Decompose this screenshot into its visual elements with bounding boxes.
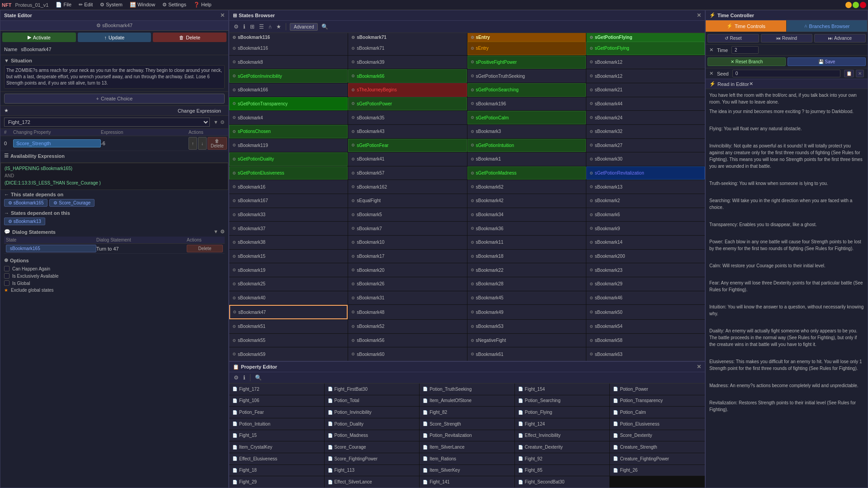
property-cell[interactable]: 📄Fight_154 [515, 384, 610, 395]
tab-time-controls[interactable]: ⚡ Time Controls [706, 20, 787, 32]
state-cell[interactable]: ⚙sBookmark9 [586, 222, 705, 235]
score-strength-badge[interactable]: Score_Strength [13, 139, 101, 147]
property-cell[interactable]: 📄Fight_92 [515, 453, 610, 464]
state-cell[interactable]: ⚙sGetPotionTruthSeeking [467, 69, 586, 83]
state-cell[interactable]: ⚙sPositiveFightPower [467, 56, 586, 69]
property-cell[interactable]: 📄Item_SilverLance [420, 441, 514, 453]
state-cell[interactable]: ⚙sBookmark12 [586, 69, 705, 83]
state-cell[interactable]: ⚙sBookmark60 [348, 347, 467, 361]
state-cell[interactable]: ⚙sBookmark59 [229, 347, 348, 361]
search-prop-icon[interactable]: 🔍 [254, 374, 263, 382]
state-cell[interactable]: ⚙sBookmark20 [348, 263, 467, 277]
property-cell[interactable]: 📄Effect_Invincibility [515, 430, 610, 441]
close-button[interactable] [860, 2, 866, 8]
property-cell[interactable]: 📄Item_SilverKey [420, 465, 514, 476]
state-cell[interactable]: ⚙sBookmark12 [586, 56, 705, 69]
seed-copy-button[interactable]: 📋 [844, 70, 854, 77]
state-cell[interactable]: ⚙sBookmark8 [229, 56, 348, 69]
property-cell[interactable]: 📄Item_CrystalKey [229, 441, 324, 453]
state-cell[interactable]: ⚙sBookmark29 [586, 277, 705, 291]
state-cell[interactable]: ⚙sBookmark42 [467, 194, 586, 208]
state-cell[interactable]: ⚙sBookmark13 [586, 180, 705, 194]
state-cell[interactable]: ⚙sBookmark2 [586, 194, 705, 208]
state-cell[interactable]: ⚙sBookmark27 [586, 139, 705, 152]
checkbox-exclusively[interactable] [4, 273, 9, 279]
property-cell[interactable]: 📄Potion_Intuition [229, 418, 324, 430]
menu-settings[interactable]: ⚙ Settings [160, 1, 188, 9]
property-cell[interactable]: 📄Fight_85 [515, 465, 610, 476]
tab-branches-browser[interactable]: ⑃ Branches Browser [787, 20, 868, 32]
gear-prop-icon[interactable]: ⚙ [233, 374, 240, 382]
info-toolbar-icon[interactable]: ℹ [242, 23, 246, 31]
property-cell[interactable]: 📄Potion_Fear [229, 407, 324, 418]
property-cell[interactable]: 📄Potion_Transparency [610, 395, 705, 407]
minimize-button[interactable] [845, 2, 852, 8]
state-cell[interactable]: ⚙sGetPotionMadness [467, 166, 586, 180]
list-toolbar-icon[interactable]: ☰ [258, 23, 265, 31]
state-cell[interactable]: ⚙sBookmark11 [467, 236, 586, 249]
property-cell[interactable]: 📄Score_FightingPower [325, 453, 420, 464]
state-cell[interactable]: ⚙sGetPotionElusiveness [229, 166, 348, 180]
dep-bookmark165[interactable]: ⚙ sBookmark165 [4, 199, 47, 207]
state-cell[interactable]: ⚙sBookmark54 [586, 320, 705, 333]
state-cell[interactable]: ⚙sBookmark30 [586, 152, 705, 166]
state-cell[interactable]: ⚙sBookmark32 [586, 125, 705, 138]
state-cell[interactable]: ⚙sBookmark6 [586, 208, 705, 222]
property-cell[interactable]: 📄Fight_106 [229, 395, 324, 407]
state-cell[interactable]: ⚙sBookmark34 [467, 208, 586, 222]
property-cell[interactable]: 📄Potion_TruthSeeking [420, 384, 514, 395]
state-cell[interactable]: ⚙sBookmark16 [229, 180, 348, 194]
state-cell[interactable]: ⚙sBookmark38 [229, 236, 348, 249]
state-cell[interactable]: ⚙sBookmark46 [586, 291, 705, 305]
dep-sbookmark13[interactable]: ⚙ sBookmark13 [4, 218, 45, 225]
property-cell[interactable]: 📄Creature_Strength [610, 441, 705, 453]
state-cell[interactable]: ⚙sBookmark24 [586, 111, 705, 124]
state-cell[interactable]: ⚙sBookmark51 [229, 320, 348, 333]
state-cell[interactable]: ⚙sBookmark66 [348, 69, 467, 83]
state-cell[interactable]: ⚙sBookmark62 [467, 180, 586, 194]
state-cell[interactable]: ⚙sBookmark23 [586, 263, 705, 277]
menu-file[interactable]: 📄 File [54, 1, 73, 9]
state-cell[interactable]: ⚙sGetPotionFear [348, 139, 467, 152]
property-cell[interactable]: 📄Potion_Power [610, 384, 705, 395]
state-cell[interactable]: ⚙sBookmark19 [229, 263, 348, 277]
property-cell[interactable]: 📄Fight_82 [420, 407, 514, 418]
state-cell[interactable]: ⚙sBookmark167 [229, 194, 348, 208]
gear-icon3[interactable]: ⚙ [220, 229, 225, 235]
property-cell[interactable]: 📄Potion_Flying [515, 407, 610, 418]
state-cell[interactable]: ⚙sBookmark35 [348, 111, 467, 124]
state-cell[interactable]: ⚙sBookmark48 [348, 305, 467, 319]
property-cell[interactable]: 📄Score_Strength [420, 418, 514, 430]
property-cell[interactable]: 📄Potion_Elusiveness [610, 418, 705, 430]
state-cell[interactable]: ⚙sBookmark116 [229, 42, 348, 55]
property-cell[interactable]: 📄Fight_141 [420, 476, 514, 488]
state-cell[interactable]: ⚙sEqualFight [348, 194, 467, 208]
rewind-button[interactable]: ⏮ Rewind [761, 34, 812, 43]
property-cell[interactable]: 📄Effect_SilverLance [325, 476, 420, 488]
seed-input[interactable] [732, 70, 840, 77]
menu-system[interactable]: ⚙ System [98, 1, 124, 9]
checkbox-can-happen[interactable] [4, 266, 9, 271]
state-cell[interactable]: ⚙sBookmark63 [586, 347, 705, 361]
checkbox-is-global[interactable] [4, 280, 9, 286]
state-cell[interactable]: ⚙sGetPotionDuality [229, 152, 348, 166]
property-cell[interactable]: 📄Item_Rations [420, 453, 514, 464]
property-cell[interactable]: 📄Potion_Searching [515, 395, 610, 407]
property-cell[interactable]: 📄Item_AmuletOfStone [420, 395, 514, 407]
property-editor-close[interactable]: ✕ [697, 364, 701, 370]
arrow-up-button[interactable]: ↑ [189, 137, 197, 150]
state-cell[interactable]: ⚙sPotionsChosen [229, 125, 348, 138]
update-button[interactable]: ↑ Update [78, 33, 151, 42]
property-cell[interactable]: 📄Fight_FirstBat30 [325, 384, 420, 395]
property-cell[interactable]: 📄Potion_Duality [325, 418, 420, 430]
state-cell[interactable]: ⚙sBookmark71 [348, 42, 467, 55]
state-cell[interactable]: ⚙sGetPotionRevitalization [586, 166, 705, 180]
state-cell[interactable]: ⚙sBookmark39 [348, 56, 467, 69]
property-cell[interactable]: 📄Creature_Dexterity [515, 441, 610, 453]
state-cell[interactable]: ⚙sBookmark52 [348, 320, 467, 333]
state-cell[interactable]: ⚙sBookmark14 [586, 236, 705, 249]
state-cell[interactable]: ⚙sEntry [467, 42, 586, 55]
state-cell[interactable]: ⚙sBookmark5 [348, 208, 467, 222]
state-cell[interactable]: ⚙sBookmark196 [467, 97, 586, 111]
arrow-down-button[interactable]: ↓ [198, 137, 207, 150]
